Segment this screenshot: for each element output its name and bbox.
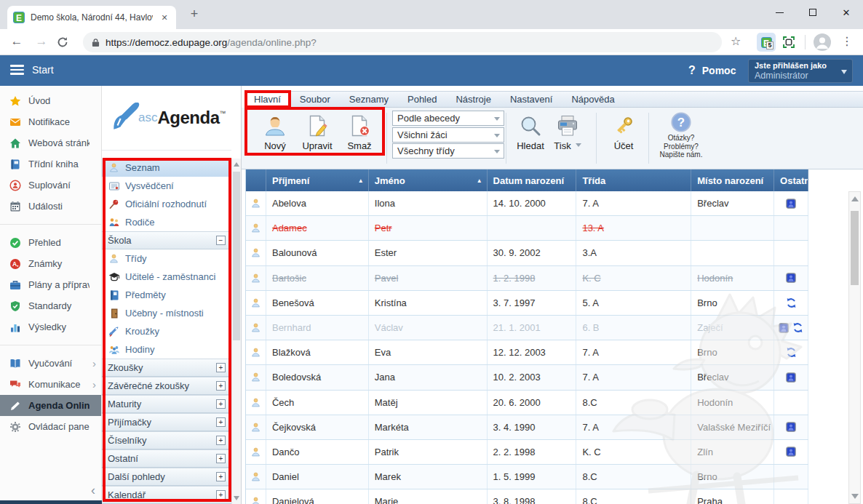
module-item[interactable]: Vysvědčení <box>102 177 231 195</box>
module-item[interactable]: Další pohledy + <box>102 468 231 486</box>
module-item[interactable]: Škola − <box>102 231 231 249</box>
toolbar-action-button[interactable]: Účet <box>603 110 644 151</box>
expand-toggle[interactable]: + <box>216 454 226 463</box>
sidebar-item[interactable]: Notifikace <box>0 111 101 132</box>
table-scrollbar[interactable] <box>848 191 861 504</box>
scroll-up-icon[interactable] <box>234 162 239 167</box>
sidebar-item[interactable]: Úvod <box>0 90 101 111</box>
menu-tab[interactable]: Pohled <box>398 92 446 107</box>
menu-tab[interactable]: Nastavení <box>501 92 562 107</box>
table-row[interactable]: Boledovská Jana 10. 2. 2003 7. A Břeclav <box>246 365 808 390</box>
table-row[interactable]: Adamec Petr 13. A <box>246 216 808 241</box>
window-close-button[interactable]: ✕ <box>830 0 863 25</box>
bookmark-star-icon[interactable]: ☆ <box>731 34 741 48</box>
module-item[interactable]: Seznam <box>102 159 231 177</box>
expand-toggle[interactable]: + <box>216 381 226 391</box>
column-header[interactable]: Datum narození ▲ <box>488 169 577 191</box>
expand-toggle[interactable]: − <box>216 236 226 245</box>
column-header[interactable]: Ostatní - II ▲ <box>774 169 808 191</box>
menu-tab[interactable]: Nápověda <box>562 92 624 107</box>
toolbar-action-button[interactable]: Tisk <box>547 110 588 151</box>
browser-menu-icon[interactable]: ⋮ <box>840 34 854 48</box>
table-row[interactable]: Čejkovská Markéta 3. 4. 1990 7. A Valašs… <box>246 415 808 440</box>
scrollbar-thumb[interactable] <box>233 172 240 340</box>
help-menu[interactable]: ? Pomoc <box>688 55 736 86</box>
module-item[interactable]: Číselníky + <box>102 431 231 449</box>
reload-button[interactable] <box>57 36 76 48</box>
table-row[interactable]: Abelova Ilona 14. 10. 2000 7. A Břeclav <box>246 191 808 216</box>
hamburger-menu-icon[interactable] <box>10 65 24 77</box>
column-header[interactable]: Jméno ▲ <box>369 169 488 191</box>
menu-tab[interactable]: Nástroje <box>446 92 500 107</box>
expand-toggle[interactable]: + <box>216 363 226 372</box>
table-row[interactable]: Daniel Marek 1. 5. 1999 8.C Brno <box>246 465 808 489</box>
sidebar-item[interactable]: Suplování <box>0 175 101 196</box>
sidebar-item[interactable]: Třídní kniha <box>0 153 101 175</box>
sidebar-item[interactable]: Události <box>0 196 101 217</box>
column-header[interactable]: Třída ▲ <box>576 169 691 191</box>
table-row[interactable]: Benešová Kristína 3. 7. 1997 5. A Brno <box>246 291 808 316</box>
expand-toggle[interactable]: + <box>216 417 226 427</box>
module-item[interactable]: Ostatní + <box>102 449 231 468</box>
table-row[interactable]: Danielová Marie 3. 8. 1998 8.C Praha <box>246 489 808 504</box>
sidebar-item[interactable]: Komunikace › <box>0 374 101 395</box>
menu-tab[interactable]: Seznamy <box>340 92 398 107</box>
address-bar[interactable]: https://democz.edupage.org/agenda/online… <box>83 32 722 52</box>
dropdown-arrow-icon[interactable] <box>576 143 581 150</box>
sidebar-item[interactable]: A Známky <box>0 253 101 274</box>
sidebar-item[interactable]: Plány a přípravy <box>0 274 101 295</box>
help-bubble[interactable]: ? Otázky? Problémy? Napište nám. <box>653 111 709 159</box>
table-row[interactable]: Bernhard Václav 21. 1. 2001 6. B Zaječí <box>246 316 808 340</box>
module-item[interactable]: Závěrečné zkoušky + <box>102 377 231 395</box>
module-item[interactable]: Třídy <box>102 249 231 268</box>
table-row[interactable]: Dančo Patrik 2. 2. 1998 K. C Zlín <box>246 440 808 465</box>
sidebar-item[interactable]: Ovládací panel <box>0 416 101 437</box>
table-row[interactable]: Balounová Ester 30. 9. 2002 3.A <box>246 241 808 265</box>
menu-tab[interactable]: Soubor <box>290 92 340 107</box>
expand-toggle[interactable]: + <box>216 472 226 481</box>
expand-toggle[interactable]: + <box>216 490 226 500</box>
header-avatar-column[interactable] <box>246 169 266 191</box>
module-item[interactable]: Maturity + <box>102 395 231 413</box>
expand-toggle[interactable]: + <box>216 436 226 445</box>
sort-asc-icon[interactable]: ▲ <box>358 177 364 184</box>
column-header[interactable]: Příjmení ▲ <box>266 169 369 191</box>
profile-avatar[interactable] <box>814 33 831 51</box>
expand-toggle[interactable]: + <box>216 399 226 409</box>
new-tab-button[interactable]: + <box>185 7 204 22</box>
tab-close-icon[interactable]: ✕ <box>159 13 170 23</box>
module-item[interactable]: Zkoušky + <box>102 359 231 377</box>
sidebar-collapse-icon[interactable]: ‹ <box>91 483 95 498</box>
window-maximize-button[interactable] <box>796 0 830 25</box>
back-button[interactable]: ← <box>7 34 26 49</box>
user-menu[interactable]: Jste přihlášen jako Administrátor <box>748 59 853 83</box>
table-row[interactable]: Bartošic Pavel 1. 2. 1998 K. C Hodonín <box>246 266 808 291</box>
scroll-down-icon[interactable] <box>851 494 859 499</box>
column-header[interactable]: Místo narození ▲ <box>691 169 774 191</box>
sort-asc-icon[interactable]: ▲ <box>477 177 482 184</box>
start-label[interactable]: Start <box>32 64 54 76</box>
module-item[interactable]: Učebny - místnosti <box>102 304 231 322</box>
module-item[interactable]: Přijímačky + <box>102 413 231 431</box>
toolbar-action-button[interactable]: Hledat <box>510 110 551 151</box>
scroll-down-icon[interactable] <box>234 496 239 500</box>
module-item[interactable]: Kroužky <box>102 322 231 340</box>
module-item[interactable]: Učitelé - zaměstnanci <box>102 268 231 286</box>
forward-button[interactable]: → <box>32 34 51 49</box>
scroll-up-icon[interactable] <box>851 196 859 201</box>
menu-tab[interactable]: Hlavní <box>244 92 290 107</box>
module-item[interactable]: Rodiče <box>102 213 231 231</box>
module-item[interactable]: Oficiální rozhodnutí <box>102 195 231 213</box>
module-item[interactable]: Kalendář + <box>102 486 231 504</box>
sidebar-item[interactable]: Agenda Online <box>0 395 101 416</box>
table-row[interactable]: Blažková Eva 12. 12. 2003 7. A Brno <box>246 340 808 365</box>
screen-capture-icon[interactable] <box>783 36 795 48</box>
sidebar-item[interactable]: Standardy <box>0 295 101 316</box>
module-scrollbar[interactable] <box>231 159 241 504</box>
module-item[interactable]: Předměty <box>102 286 231 304</box>
sidebar-item[interactable]: Přehled <box>0 232 101 253</box>
window-minimize-button[interactable] <box>763 0 796 25</box>
table-row[interactable]: Čech Matěj 20. 6. 2000 8.C Hodonín <box>246 391 808 415</box>
sidebar-item[interactable]: Vyučování › <box>0 353 101 374</box>
edupage-extension-icon[interactable]: E5 <box>757 33 776 52</box>
